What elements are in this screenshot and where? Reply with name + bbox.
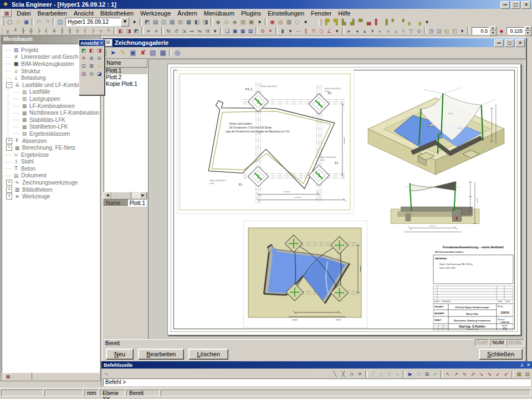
menubaum-dock-tab[interactable]: ▦: [4, 372, 32, 380]
spinner-up-icon[interactable]: ▲: [489, 26, 497, 31]
line-red-icon[interactable]: —: [294, 27, 302, 34]
grid-lines-icon[interactable]: ⊞: [423, 370, 431, 378]
more-clip-icon[interactable]: ▾: [458, 27, 466, 34]
dimension-scale-spinner[interactable]: 0.5 ▲▼: [472, 26, 497, 36]
tree-item-nichtlineare-lf-kombinationen[interactable]: ▦Nichtlineare LF-Kombinationen: [2, 109, 99, 116]
select-load-icon[interactable]: ▾: [369, 27, 376, 34]
toolbar-grip[interactable]: [319, 19, 321, 25]
print-preview-icon[interactable]: ◫: [160, 18, 168, 26]
grid-dots-icon[interactable]: ∷: [415, 370, 423, 378]
menu-einstellungen[interactable]: Einstellungen: [264, 9, 308, 17]
tree-item-stahl[interactable]: IStahl: [2, 158, 99, 166]
more-render-icon[interactable]: ▾: [255, 18, 264, 26]
expand-icon[interactable]: +: [6, 145, 12, 151]
menu-men-baum[interactable]: Menübaum: [201, 9, 238, 17]
show-selection-icon[interactable]: ◨: [125, 27, 132, 34]
move-icon[interactable]: ⇆: [165, 27, 172, 34]
new-plot-icon[interactable]: ▱: [95, 62, 103, 70]
snap-ok-icon[interactable]: ✓: [431, 370, 439, 378]
select-node-icon[interactable]: ▸: [345, 27, 353, 34]
grid-step-value[interactable]: 0.125: [507, 27, 524, 35]
render-solid-icon[interactable]: ◆: [214, 18, 222, 26]
clip-front-icon[interactable]: ◳: [427, 27, 435, 34]
surface-support-icon[interactable]: ┴: [105, 27, 112, 34]
expand-icon[interactable]: +: [6, 180, 12, 186]
command-cursor-icon[interactable]: ⇖: [103, 370, 111, 378]
menu--ndern[interactable]: Ändern: [174, 9, 200, 17]
mode-polygon-icon[interactable]: △: [377, 370, 385, 378]
support-fixed-icon[interactable]: ╥: [4, 27, 12, 34]
bearbeiten-button[interactable]: Bearbeiten: [138, 349, 184, 360]
line-support-icon[interactable]: ├: [89, 27, 97, 34]
color-palette-icon[interactable]: ◉: [268, 18, 277, 26]
select-dimension-icon[interactable]: ▹: [376, 27, 384, 34]
plot-corner-tl-icon[interactable]: ▛: [323, 18, 331, 26]
render-wireframe-icon[interactable]: ◇: [222, 18, 231, 26]
activity-icon[interactable]: ▮: [279, 27, 287, 34]
plot-list-item-plott-1[interactable]: Plott.1: [104, 68, 147, 74]
snap-curve-icon[interactable]: ∩: [347, 370, 356, 378]
loeschen-button[interactable]: Löschen: [188, 349, 228, 360]
interface-element-icon[interactable]: ┼: [74, 27, 81, 34]
plot-list-item-kopie-plott-1[interactable]: Kopie Plott.1: [104, 81, 147, 88]
mdi-child-icon[interactable]: ▦: [2, 9, 12, 17]
snap-perpendicular-icon[interactable]: ⇗: [469, 370, 477, 378]
tree-item-stahlbeton-lfk[interactable]: ▦Stahlbeton-LFK: [2, 124, 99, 131]
snap-close-icon[interactable]: ✕: [356, 370, 364, 378]
menu-werkzeuge[interactable]: Werkzeuge: [137, 9, 174, 17]
more-modify-icon[interactable]: ▾: [211, 27, 219, 34]
minimize-icon[interactable]: —: [500, 1, 510, 9]
combo-more-icon[interactable]: ▾: [130, 18, 139, 26]
plot-corner-tr-icon[interactable]: ▜: [331, 18, 340, 26]
print-icon[interactable]: ▤: [151, 18, 160, 26]
schliessen-button[interactable]: Schließen: [479, 349, 523, 360]
tree-item-ergebnisklassen[interactable]: ▤Ergebnisklassen: [2, 130, 99, 137]
expand-icon[interactable]: +: [6, 138, 12, 144]
close-icon[interactable]: ✕: [515, 39, 525, 47]
tree-item-ergebnisse[interactable]: ∪Ergebnisse: [2, 151, 99, 158]
window-arrange-1-icon[interactable]: ❏: [223, 27, 231, 34]
ansicht-toolbar-title[interactable]: Ansicht ✕: [79, 40, 104, 46]
paste-icon[interactable]: ▧: [176, 18, 185, 26]
connect-nodes-icon[interactable]: ╢: [66, 27, 74, 34]
hinge-beam-icon[interactable]: ╞: [35, 27, 43, 34]
project-manager-icon[interactable]: ◫: [56, 18, 64, 26]
shrink-view-icon[interactable]: ◱: [443, 27, 451, 34]
close-icon[interactable]: ✕: [526, 362, 530, 367]
copy-view-icon[interactable]: ▣: [88, 70, 95, 78]
plot-edge-bottom-icon[interactable]: ▄: [365, 18, 373, 26]
section-view-icon[interactable]: ◰: [451, 27, 458, 34]
project-combo-value[interactable]: Hyper1 26.09.12: [65, 18, 121, 26]
select-member-icon[interactable]: ◂: [353, 27, 361, 34]
hide-selection-icon[interactable]: ◧: [117, 27, 125, 34]
select-all-icon[interactable]: ⊙: [415, 27, 423, 34]
snap-line-icon[interactable]: ╲: [331, 370, 339, 378]
mode-chain-icon[interactable]: ∿: [393, 370, 402, 378]
plot-list-item-plott-2[interactable]: Plott.2: [104, 74, 147, 81]
save-icon[interactable]: ▣: [22, 18, 30, 26]
maximize-icon[interactable]: ▢: [511, 1, 520, 9]
property-name-label[interactable]: Name: [104, 199, 129, 207]
support-elastic-icon[interactable]: ╬: [27, 27, 35, 34]
insert-to-document-icon[interactable]: ➤: [108, 48, 118, 58]
window-arrange-4-icon[interactable]: ▤: [247, 27, 254, 34]
tree-item-stabilitäts-lfk[interactable]: ▦Stabilitäts-LFK: [2, 116, 99, 124]
support-roller-icon[interactable]: ╫: [19, 27, 27, 34]
status-unit[interactable]: mm: [84, 390, 99, 396]
rotate-icon[interactable]: ↺: [172, 27, 180, 34]
gallery-title-bar[interactable]: ▤ Zeichnungsgalerie — ▢ ✕: [103, 38, 526, 47]
menu-hilfe[interactable]: Hilfe: [335, 9, 354, 17]
tree-item-bibliotheken[interactable]: +▥Bibliotheken: [2, 186, 99, 193]
edit-plot-icon[interactable]: ✎: [118, 48, 128, 58]
menu-fenster[interactable]: Fenster: [308, 9, 335, 17]
select-layer-icon[interactable]: ▵: [392, 27, 400, 34]
command-input[interactable]: Befehl >: [103, 378, 531, 386]
expand-icon[interactable]: +: [6, 187, 12, 193]
view-front-icon[interactable]: ◨: [95, 47, 103, 54]
tree-item-lf-kombinationen[interactable]: ▦LF-Kombinationen: [2, 103, 99, 110]
tree-item-beton[interactable]: TBeton: [2, 165, 99, 172]
menu-plugins[interactable]: Plugins: [238, 9, 264, 17]
preview-plot-icon[interactable]: ◎: [172, 48, 182, 58]
search-2-icon[interactable]: ∝: [152, 27, 160, 34]
plot-edge-right-icon[interactable]: ▐: [381, 18, 390, 26]
